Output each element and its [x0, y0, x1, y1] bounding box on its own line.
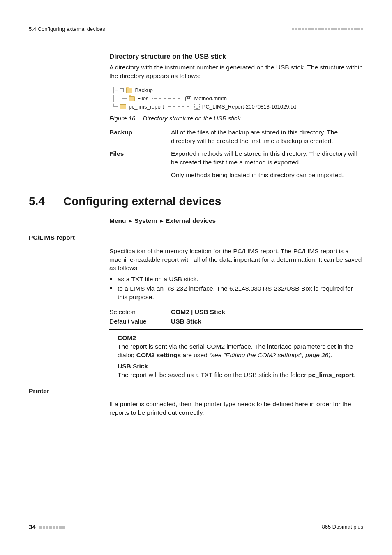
com2-body: The report is sent via the serial COM2 i… — [118, 342, 363, 360]
header-section-ref: 5.4 Configuring external devices — [29, 25, 105, 33]
default-value: USB Stick — [171, 317, 363, 326]
default-key: Default value — [109, 317, 171, 326]
header-ornament-dots — [292, 28, 363, 30]
method-file-icon: M — [185, 96, 191, 101]
pclims-intro: Specification of the memory location for… — [109, 247, 363, 273]
tree-folder-backup: Backup — [135, 86, 152, 95]
section-heading: 5.4Configuring external devices — [29, 194, 363, 209]
footer-left: 34 — [29, 523, 65, 531]
definition-backup: Backup All of the files of the backup ar… — [109, 128, 363, 146]
breadcrumb-system: System — [134, 217, 157, 224]
divider — [109, 306, 363, 306]
com2-xref: (see "Editing the COM2 settings", page 3… — [209, 352, 330, 358]
breadcrumb-external-devices: External devices — [166, 217, 216, 224]
definition-body-backup: All of the files of the backup are store… — [171, 128, 363, 146]
usb-body: The report will be saved as a TXT file o… — [118, 371, 363, 379]
usb-stick-description: USB Stick The report will be saved as a … — [118, 362, 363, 379]
divider — [109, 329, 363, 330]
footer-ornament-dots — [39, 526, 65, 529]
breadcrumb-menu: Menu — [109, 217, 126, 224]
usb-lead: USB Stick — [118, 362, 363, 371]
definition-body-files-1: Exported methods will be stored in this … — [171, 150, 363, 167]
tree-expand-icon — [120, 88, 124, 92]
page-footer: 34 865 Dosimat plus — [29, 523, 363, 531]
definition-files: Files Exported methods will be stored in… — [109, 150, 363, 180]
printer-label: Printer — [29, 387, 363, 395]
list-item: to a LIMS via an RS-232 interface. The 6… — [118, 284, 363, 302]
figure-caption: Figure 16 Directory structure on the USB… — [109, 114, 363, 123]
figure-label: Figure 16 — [109, 115, 135, 122]
page-number: 34 — [29, 523, 36, 530]
folder-icon — [129, 96, 135, 101]
section-title: Configuring external devices — [63, 195, 221, 208]
printer-intro: If a printer is connected, then the prin… — [109, 400, 363, 417]
selection-value: COM2 | USB Stick — [171, 308, 363, 317]
definition-body-files-2: Only methods being located in this direc… — [171, 171, 363, 180]
text-file-icon — [194, 104, 200, 110]
selection-key: Selection — [109, 308, 171, 317]
breadcrumb-separator-icon: ▶ — [160, 218, 163, 224]
tree-file-method: Method.mmth — [194, 95, 226, 103]
pclims-options-list: as a TXT file on a USB stick. to a LIMS … — [109, 275, 363, 302]
selection-row: Selection COM2 | USB Stick — [109, 308, 363, 317]
tree-folder-pclims: pc_lims_report — [129, 103, 164, 111]
definition-term-backup: Backup — [109, 128, 171, 137]
footer-product: 865 Dosimat plus — [322, 523, 363, 531]
usb-stick-intro: A directory with the instrument number i… — [109, 63, 363, 81]
usb-stick-heading: Directory structure on the USB stick — [109, 52, 363, 61]
section-number: 5.4 — [29, 194, 63, 209]
definition-term-files: Files — [109, 150, 171, 158]
default-value-row: Default value USB Stick — [109, 317, 363, 326]
tree-folder-files: Files — [137, 95, 148, 103]
folder-icon — [120, 104, 126, 109]
pclims-label: PC/LIMS report — [29, 234, 363, 242]
menu-path-breadcrumb: Menu ▶ System ▶ External devices — [109, 217, 363, 225]
tree-file-report: PC_LIMS_Report-20070813-161029.txt — [202, 103, 296, 111]
folder-icon — [126, 88, 132, 93]
breadcrumb-separator-icon: ▶ — [129, 218, 132, 224]
directory-tree-figure: ├─ Backup │ └─ Files M Method.mmth └─ — [109, 86, 363, 111]
list-item: as a TXT file on a USB stick. — [118, 275, 363, 284]
figure-caption-text: Directory structure on the USB stick — [143, 115, 241, 122]
running-header: 5.4 Configuring external devices — [29, 25, 363, 33]
com2-lead: COM2 — [118, 334, 363, 342]
com2-description: COM2 The report is sent via the serial C… — [118, 334, 363, 360]
